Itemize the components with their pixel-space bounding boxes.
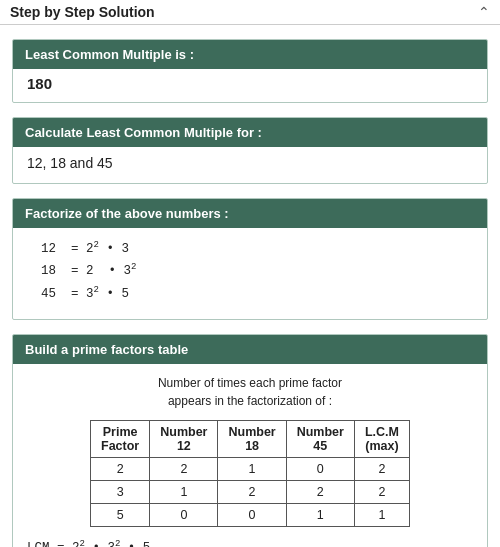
header-bar: Step by Step Solution ⌃ bbox=[0, 0, 500, 25]
lcm-2: 2 bbox=[354, 458, 409, 481]
lcm-result-top-header: Least Common Multiple is : bbox=[13, 40, 487, 69]
n18-5: 0 bbox=[218, 504, 286, 527]
col-header-lcm-max: L.C.M(max) bbox=[354, 421, 409, 458]
calculate-header: Calculate Least Common Multiple for : bbox=[13, 118, 487, 147]
factorize-block: Factorize of the above numbers : 12 = 22… bbox=[12, 198, 488, 320]
table-intro: Number of times each prime factor appear… bbox=[13, 364, 487, 414]
col-header-number-12: Number12 bbox=[150, 421, 218, 458]
n45-3: 2 bbox=[286, 481, 354, 504]
factorize-header: Factorize of the above numbers : bbox=[13, 199, 487, 228]
col-header-number-18: Number18 bbox=[218, 421, 286, 458]
n12-2: 2 bbox=[150, 458, 218, 481]
n12-5: 0 bbox=[150, 504, 218, 527]
table-header-row: PrimeFactor Number12 Number18 Number45 L… bbox=[91, 421, 410, 458]
lcm-result-top-value: 180 bbox=[13, 69, 487, 102]
prime-2: 2 bbox=[91, 458, 150, 481]
prime-table-header: Build a prime factors table bbox=[13, 335, 487, 364]
page-container: Step by Step Solution ⌃ Least Common Mul… bbox=[0, 0, 500, 547]
lcm-formula: LCM = 22 • 32 • 5 bbox=[13, 531, 487, 547]
prime-5: 5 bbox=[91, 504, 150, 527]
col-header-number-45: Number45 bbox=[286, 421, 354, 458]
lcm-5: 1 bbox=[354, 504, 409, 527]
table-row: 5 0 0 1 1 bbox=[91, 504, 410, 527]
col-header-prime-factor: PrimeFactor bbox=[91, 421, 150, 458]
n18-2: 1 bbox=[218, 458, 286, 481]
n45-5: 1 bbox=[286, 504, 354, 527]
n45-2: 0 bbox=[286, 458, 354, 481]
n12-3: 1 bbox=[150, 481, 218, 504]
n18-3: 2 bbox=[218, 481, 286, 504]
prime-table-block: Build a prime factors table Number of ti… bbox=[12, 334, 488, 547]
factorize-row-45: 45 = 32 • 5 bbox=[41, 283, 473, 305]
factorize-row-12: 12 = 22 • 3 bbox=[41, 238, 473, 260]
table-row: 3 1 2 2 2 bbox=[91, 481, 410, 504]
calculate-block: Calculate Least Common Multiple for : 12… bbox=[12, 117, 488, 184]
factorize-row-18: 18 = 2 • 32 bbox=[41, 260, 473, 282]
lcm-3: 2 bbox=[354, 481, 409, 504]
numbers-line: 12, 18 and 45 bbox=[13, 147, 487, 183]
chevron-up-icon[interactable]: ⌃ bbox=[478, 4, 490, 20]
prime-factors-table: PrimeFactor Number12 Number18 Number45 L… bbox=[90, 420, 410, 527]
page-title: Step by Step Solution bbox=[10, 4, 155, 20]
table-row: 2 2 1 0 2 bbox=[91, 458, 410, 481]
prime-3: 3 bbox=[91, 481, 150, 504]
lcm-result-top-block: Least Common Multiple is : 180 bbox=[12, 39, 488, 103]
factorize-content: 12 = 22 • 3 18 = 2 • 32 45 = 32 • 5 bbox=[13, 228, 487, 319]
